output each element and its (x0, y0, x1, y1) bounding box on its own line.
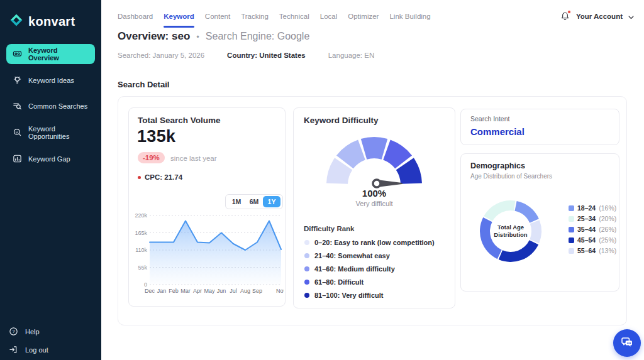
logout-label: Log out (25, 346, 48, 354)
app-root: konvart Keyword Overview Keyword Ideas (0, 0, 644, 360)
range-1y-button[interactable]: 1Y (263, 196, 280, 207)
meta-country: Country: United States (227, 52, 306, 59)
brand-logo[interactable]: konvart (9, 13, 75, 30)
legend-item-25-34: 25–34 (20%) (569, 215, 616, 222)
svg-text:165k: 165k (135, 230, 147, 236)
rank-dot-icon (304, 280, 309, 285)
range-6m-button[interactable]: 6M (245, 196, 263, 207)
svg-text:Jun: Jun (217, 288, 226, 294)
difficulty-score: 100% (294, 188, 455, 199)
page-header: Overview: seo • Search Engine: Google (118, 30, 309, 43)
rank-item-61-80: 61–80: Difficult (304, 278, 364, 286)
title-separator: • (196, 32, 199, 41)
difficulty-gauge-chart (324, 136, 425, 191)
volume-value: 135k (137, 127, 175, 146)
search-detail-panel: Total Search Volume 135k -19% since last… (118, 96, 627, 325)
sidebar-item-label: Keyword Opportunities (28, 125, 89, 140)
brand-name: konvart (28, 14, 75, 29)
account-menu[interactable]: Your Account (560, 11, 634, 22)
legend-swatch-icon (569, 216, 574, 222)
svg-text:0: 0 (144, 281, 147, 288)
lightbulb-icon (13, 75, 22, 86)
tab-keyword[interactable]: Keyword (164, 13, 194, 23)
cpc-value: CPC: 21.74 (145, 173, 182, 181)
tab-optimizer[interactable]: Optimizer (348, 13, 379, 23)
rank-dot-icon (304, 293, 309, 298)
legend-swatch-icon (569, 248, 574, 254)
tab-tracking[interactable]: Tracking (241, 13, 269, 23)
intent-card-title: Search Intent (470, 115, 509, 123)
goggles-icon (13, 49, 22, 60)
svg-text:110k: 110k (135, 247, 147, 253)
sidebar-logout[interactable]: Log out (9, 341, 94, 359)
sidebar-item-common-searches[interactable]: Common Searches (6, 96, 95, 116)
keyword-difficulty-card: Keyword Difficulty 100% Very difficult D… (293, 107, 455, 308)
search-intent-card: Search Intent Commercial (460, 109, 619, 145)
volume-card-title: Total Search Volume (138, 116, 221, 125)
demographics-card: Demographics Age Distribution of Searche… (460, 153, 619, 292)
svg-text:Aug: Aug (240, 288, 250, 294)
chat-support-button[interactable] (613, 329, 641, 357)
sidebar-item-keyword-overview[interactable]: Keyword Overview (6, 44, 95, 64)
svg-text:Jan: Jan (157, 288, 167, 294)
difficulty-score-label: Very difficult (294, 200, 455, 207)
cpc-dot-icon (138, 176, 141, 179)
sidebar-item-keyword-gap[interactable]: Keyword Gap (6, 149, 95, 169)
legend-item-45-54: 45–54 (25%) (569, 236, 616, 244)
rank-dot-icon (304, 253, 309, 258)
notification-dot (567, 10, 571, 14)
tab-content[interactable]: Content (205, 13, 230, 23)
change-badge: -19% (138, 152, 165, 163)
tab-link-building[interactable]: Link Building (389, 13, 430, 23)
chevron-down-icon (628, 11, 634, 22)
svg-text:Feb: Feb (169, 288, 179, 294)
rank-label: 21–40: Somewhat easy (314, 252, 390, 259)
sidebar: konvart Keyword Overview Keyword Ideas (0, 0, 101, 360)
tab-technical[interactable]: Technical (279, 13, 309, 23)
demographics-title: Demographics (470, 161, 525, 170)
list-search-icon (13, 101, 22, 112)
legend-swatch-icon (569, 237, 574, 243)
svg-text:?: ? (12, 329, 14, 334)
rank-dot-icon (304, 240, 309, 245)
logout-icon (9, 345, 18, 356)
legend-item-18-24: 18–24 (16%) (569, 204, 616, 212)
help-circle-icon: ? (9, 327, 18, 337)
sidebar-help[interactable]: ? Help (9, 323, 94, 341)
sidebar-item-label: Keyword Ideas (28, 77, 74, 84)
svg-text:Apr: Apr (193, 288, 202, 294)
range-toggle: 1M 6M 1Y (225, 194, 283, 209)
tab-local[interactable]: Local (320, 13, 338, 23)
search-volume-area-chart: 220k165k110k55k0DecJanFebMarAprMayJunJul… (131, 211, 284, 298)
help-label: Help (25, 328, 40, 335)
age-distribution-donut-chart (476, 197, 545, 266)
sidebar-item-keyword-opportunities[interactable]: Keyword Opportunities (6, 123, 95, 143)
legend-item-35-44: 35–44 (26%) (569, 226, 616, 233)
svg-text:220k: 220k (135, 212, 147, 219)
rank-dot-icon (304, 266, 309, 271)
sidebar-item-keyword-ideas[interactable]: Keyword Ideas (6, 70, 95, 90)
rank-label: 0–20: Easy to rank (low competition) (314, 239, 435, 246)
legend-swatch-icon (569, 227, 574, 232)
range-1m-button[interactable]: 1M (228, 196, 245, 207)
svg-text:Sep: Sep (252, 288, 262, 294)
meta-language: Language: EN (328, 52, 375, 59)
rank-label: 81–100: Very difficult (314, 292, 383, 299)
rank-item-81-100: 81–100: Very difficult (304, 292, 383, 299)
page-title: Overview: seo (118, 30, 190, 43)
notification-bell-icon[interactable] (560, 11, 570, 22)
meta-searched: Searched: January 5, 2026 (118, 52, 204, 59)
search-meta: Searched: January 5, 2026 Country: Unite… (118, 52, 374, 59)
change-note: since last year (170, 155, 217, 162)
sidebar-item-label: Keyword Gap (28, 155, 70, 163)
magnifier-face-icon (13, 128, 22, 138)
svg-text:Mar: Mar (180, 288, 191, 294)
legend-swatch-icon (569, 205, 574, 211)
cpc-row: CPC: 21.74 (138, 173, 182, 181)
total-search-volume-card: Total Search Volume 135k -19% since last… (128, 107, 286, 307)
tab-dashboard[interactable]: Dashboard (118, 13, 153, 23)
top-nav: Dashboard Keyword Content Tracking Techn… (118, 13, 431, 23)
svg-text:55k: 55k (138, 265, 147, 271)
section-title: Search Detail (118, 80, 169, 89)
rank-label: 61–80: Difficult (314, 278, 364, 286)
